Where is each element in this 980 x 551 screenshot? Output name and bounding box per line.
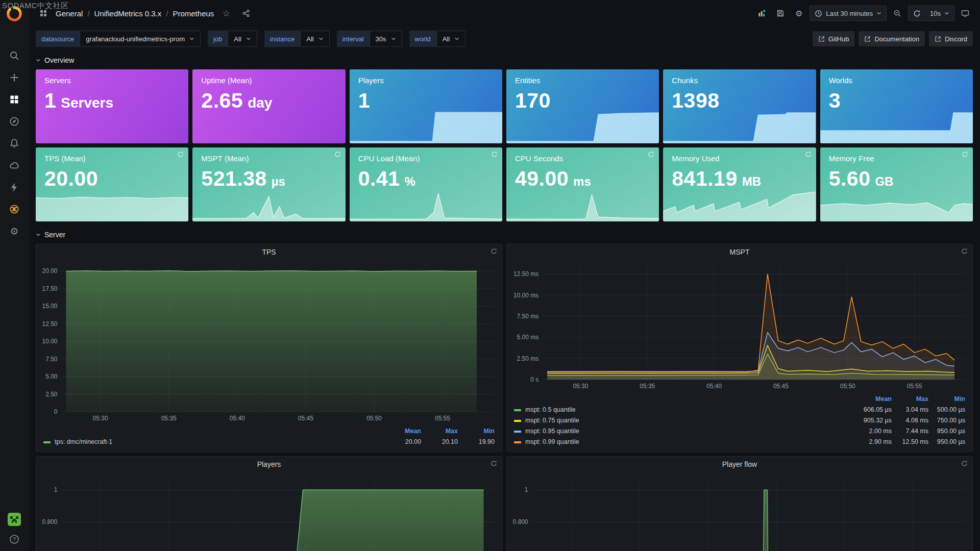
chevron-down-icon — [36, 58, 41, 63]
players-chart[interactable]: 05:3005:3505:4005:4505:5005:5500.2000.40… — [36, 472, 502, 551]
dashboards-icon[interactable] — [9, 94, 20, 105]
refresh-icon[interactable] — [491, 460, 497, 467]
worldmap-plugin-icon[interactable] — [9, 204, 20, 215]
variable-datasource[interactable]: datasource grafanacloud-unifiedmetrics-p… — [36, 31, 201, 47]
svg-text:17.50: 17.50 — [42, 285, 57, 292]
tps-chart[interactable]: 05:3005:3505:4005:4505:5005:5502.505.007… — [36, 260, 502, 425]
help-icon[interactable]: ? — [9, 534, 20, 545]
breadcrumb-dashboard-name[interactable]: UnifiedMetrics 0.3.x — [94, 9, 162, 18]
refresh-icon[interactable] — [491, 248, 497, 255]
legend-series[interactable]: mspt: 0.5 quantile — [514, 405, 855, 415]
explore-icon[interactable] — [9, 116, 20, 127]
submenu: datasource grafanacloud-unifiedmetrics-p… — [29, 27, 980, 51]
svg-text:7.50 ms: 7.50 ms — [517, 313, 539, 320]
mspt-chart[interactable]: 05:3005:3505:4005:4505:5005:550 s2.50 ms… — [507, 260, 972, 393]
legend-row: tps: dmc/minecraft-1 20.00 20.10 19.90 — [43, 437, 495, 447]
player-flow-chart[interactable]: 05:3005:3505:4005:4505:5005:5500.2000.40… — [507, 472, 972, 551]
svg-text:12.50 ms: 12.50 ms — [513, 270, 538, 278]
panel-title[interactable]: Player flow — [722, 460, 757, 468]
user-avatar[interactable] — [8, 513, 21, 526]
section-server[interactable]: Server — [36, 226, 973, 244]
variable-value: grafanacloud-unifiedmetrics-prom — [86, 35, 185, 43]
share-icon[interactable] — [238, 6, 254, 20]
cloud-icon[interactable] — [9, 160, 20, 171]
save-dashboard-icon[interactable] — [773, 6, 788, 20]
stat-panel-entities[interactable]: Entities 170 — [506, 69, 659, 143]
refresh-icon[interactable] — [177, 151, 184, 158]
variable-job[interactable]: job All — [208, 31, 257, 47]
variable-instance[interactable]: instance All — [264, 31, 330, 47]
svg-text:05:55: 05:55 — [907, 383, 922, 390]
refresh-icon[interactable] — [961, 248, 968, 255]
live-icon[interactable] — [9, 182, 20, 193]
cycle-view-mode-icon[interactable] — [958, 6, 973, 20]
variable-value: All — [234, 35, 241, 43]
stat-panel-memory-used[interactable]: Memory Used 841.19MB — [663, 147, 816, 221]
legend-header-max[interactable]: Max — [892, 394, 928, 405]
section-title: Overview — [44, 56, 74, 64]
svg-text:10.00: 10.00 — [42, 338, 57, 345]
legend-header-max[interactable]: Max — [421, 426, 458, 437]
refresh-interval-dropdown[interactable]: 10s — [925, 6, 954, 21]
legend-series[interactable]: tps: dmc/minecraft-1 — [43, 437, 384, 447]
stat-panel-worlds[interactable]: Worlds 3 — [820, 69, 973, 143]
zoom-out-icon[interactable] — [890, 6, 905, 20]
breadcrumb-dashboard-variant[interactable]: Prometheus — [173, 9, 214, 18]
refresh-icon[interactable] — [805, 151, 812, 158]
server-charts-row-2: Players 05:3005:3505:4005:4505:5005:5500… — [36, 456, 973, 551]
dashboard-header: General / UnifiedMetrics 0.3.x / Prometh… — [29, 0, 980, 27]
refresh-icon[interactable] — [961, 460, 968, 467]
legend-series[interactable]: mspt: 0.75 quantile — [514, 415, 855, 426]
legend-series[interactable]: mspt: 0.99 quantile — [514, 437, 855, 447]
panel-title[interactable]: TPS — [262, 248, 276, 256]
chevron-down-icon — [876, 11, 881, 16]
svg-text:0.800: 0.800 — [42, 518, 57, 525]
star-icon[interactable]: ☆ — [218, 6, 234, 20]
panel-title[interactable]: Players — [257, 460, 281, 468]
refresh-icon[interactable] — [334, 151, 341, 158]
legend-header-min[interactable]: Min — [928, 394, 965, 405]
legend-series[interactable]: mspt: 0.95 quantile — [514, 426, 855, 437]
refresh-icon[interactable] — [648, 151, 654, 158]
legend-header-mean[interactable]: Mean — [855, 394, 892, 405]
stat-panel-cpu-load[interactable]: CPU Load (Mean) 0.41% — [350, 147, 502, 221]
stat-panel-cpu-seconds[interactable]: CPU Seconds 49.00ms — [506, 147, 659, 221]
panel-mspt: MSPT 05:3005:3505:4005:4505:5005:550 s2.… — [506, 244, 973, 452]
variable-world[interactable]: world All — [409, 31, 466, 47]
refresh-dashboard-button[interactable] — [908, 6, 926, 21]
svg-text:05:30: 05:30 — [573, 383, 588, 390]
section-overview[interactable]: Overview — [36, 51, 973, 69]
refresh-icon[interactable] — [491, 151, 498, 158]
sparkline — [36, 192, 188, 221]
series-color-swatch — [514, 409, 521, 411]
github-link-button[interactable]: GitHub — [813, 31, 854, 46]
documentation-link-button[interactable]: Documentation — [859, 31, 924, 46]
variable-label: interval — [337, 31, 370, 47]
stat-panel-players[interactable]: Players 1 — [350, 69, 502, 143]
alerting-icon[interactable] — [9, 138, 20, 149]
stat-panel-chunks[interactable]: Chunks 1398 — [663, 69, 816, 143]
stat-panel-servers[interactable]: Servers 1Servers — [36, 69, 188, 143]
time-range-picker[interactable]: Last 30 minutes — [810, 6, 887, 21]
svg-text:12.50: 12.50 — [42, 320, 57, 328]
legend-header-min[interactable]: Min — [458, 426, 495, 437]
svg-text:10.00 ms: 10.00 ms — [513, 292, 538, 299]
legend-header-mean[interactable]: Mean — [384, 426, 421, 437]
create-icon[interactable] — [9, 72, 20, 83]
stat-panel-tps-mean[interactable]: TPS (Mean) 20.00 — [36, 147, 188, 221]
discord-link-button[interactable]: Discord — [929, 31, 973, 46]
panel-title[interactable]: MSPT — [730, 248, 750, 256]
sidebar-nav: ⚙ — [9, 50, 20, 237]
svg-text:2.50 ms: 2.50 ms — [517, 355, 539, 362]
variable-label: instance — [264, 31, 300, 47]
refresh-icon[interactable] — [962, 151, 968, 158]
add-panel-icon[interactable] — [754, 6, 770, 20]
variable-interval[interactable]: interval 30s — [337, 31, 402, 47]
stat-panel-memory-free[interactable]: Memory Free 5.60GB — [820, 147, 973, 221]
stat-panel-mspt-mean[interactable]: MSPT (Mean) 521.38µs — [192, 147, 345, 221]
svg-text:05:45: 05:45 — [773, 383, 789, 390]
configuration-icon[interactable]: ⚙ — [9, 226, 20, 237]
stat-panel-uptime[interactable]: Uptime (Mean) 2.65day — [192, 69, 345, 143]
search-icon[interactable] — [9, 50, 20, 61]
dashboard-settings-icon[interactable]: ⚙ — [791, 6, 806, 20]
